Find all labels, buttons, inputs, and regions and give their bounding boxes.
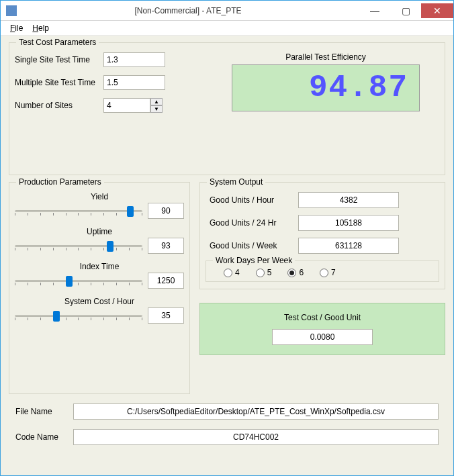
radio-icon bbox=[320, 269, 328, 277]
good-hour-value: 4382 bbox=[298, 192, 399, 208]
cost-per-unit-value: 0.0080 bbox=[272, 329, 373, 345]
spinner-down-icon[interactable]: ▼ bbox=[150, 105, 163, 113]
param-system-cost: System Cost / Hour 35 bbox=[15, 297, 184, 324]
uptime-label: Uptime bbox=[15, 227, 184, 236]
menu-help[interactable]: Help bbox=[28, 22, 53, 34]
good-week-value: 631128 bbox=[298, 238, 399, 254]
app-window: [Non-Commercial] - ATE_PTE — ▢ ✕ File He… bbox=[0, 0, 454, 476]
file-name-label: File Name bbox=[9, 407, 66, 416]
multiple-site-input[interactable] bbox=[103, 75, 165, 90]
window-title: [Non-Commercial] - ATE_PTE bbox=[17, 6, 359, 15]
pte-display: 94.87 bbox=[232, 64, 420, 111]
system-cost-input[interactable]: 35 bbox=[148, 307, 184, 324]
good-24-label: Good Units / 24 Hr bbox=[206, 218, 293, 228]
workdays-4[interactable]: 4 bbox=[224, 268, 240, 277]
num-sites-input[interactable] bbox=[103, 98, 150, 113]
single-site-input[interactable] bbox=[103, 52, 165, 67]
index-time-slider[interactable] bbox=[15, 275, 142, 287]
cost-per-unit-label: Test Cost / Good Unit bbox=[284, 313, 361, 322]
workdays-7[interactable]: 7 bbox=[320, 268, 336, 277]
code-name-label: Code Name bbox=[9, 432, 66, 442]
good-24-value: 105188 bbox=[298, 215, 399, 231]
num-sites-label: Number of Sites bbox=[15, 101, 99, 110]
param-uptime: Uptime 93 bbox=[15, 227, 184, 254]
maximize-button[interactable]: ▢ bbox=[390, 3, 421, 18]
pte-label: Parallel Test Efficiency bbox=[285, 52, 366, 62]
close-button[interactable]: ✕ bbox=[421, 3, 453, 18]
group-production-legend: Production Parameters bbox=[16, 177, 104, 187]
menu-file[interactable]: File bbox=[6, 22, 27, 34]
param-index-time: Index Time 1250 bbox=[15, 262, 184, 289]
system-cost-slider[interactable] bbox=[15, 310, 142, 322]
group-system-output-legend: System Output bbox=[207, 177, 265, 187]
minimize-button[interactable]: — bbox=[359, 3, 390, 18]
good-week-label: Good Units / Week bbox=[206, 241, 293, 250]
group-system-output: System Output Good Units / Hour 4382 Goo… bbox=[199, 182, 445, 289]
index-time-input[interactable]: 1250 bbox=[148, 273, 184, 289]
group-test-cost-legend: Test Cost Parameters bbox=[16, 38, 99, 47]
code-name-input[interactable]: CD74HC002 bbox=[73, 429, 439, 445]
content-area: Test Cost Parameters Single Site Test Ti… bbox=[1, 36, 453, 475]
titlebar: [Non-Commercial] - ATE_PTE — ▢ ✕ bbox=[1, 1, 453, 21]
yield-label: Yield bbox=[15, 192, 184, 201]
menubar: File Help bbox=[1, 21, 453, 36]
good-hour-label: Good Units / Hour bbox=[206, 195, 293, 205]
spinner-up-icon[interactable]: ▲ bbox=[150, 98, 163, 105]
workdays-5[interactable]: 5 bbox=[256, 268, 272, 277]
multiple-site-label: Multiple Site Test Time bbox=[15, 78, 99, 87]
file-name-row: File Name C:/Users/SoftpediaEditor/Deskt… bbox=[9, 403, 445, 420]
uptime-input[interactable]: 93 bbox=[148, 238, 184, 254]
radio-icon bbox=[287, 269, 296, 277]
single-site-label: Single Site Test Time bbox=[15, 55, 99, 64]
cost-per-unit-box: Test Cost / Good Unit 0.0080 bbox=[199, 303, 445, 355]
file-name-input[interactable]: C:/Users/SoftpediaEditor/Desktop/ATE_PTE… bbox=[73, 403, 439, 420]
radio-icon bbox=[256, 269, 265, 277]
num-sites-spinner[interactable]: ▲ ▼ bbox=[103, 98, 163, 113]
index-time-label: Index Time bbox=[15, 262, 184, 271]
yield-slider[interactable] bbox=[15, 205, 142, 217]
app-icon bbox=[6, 5, 17, 16]
system-cost-label: System Cost / Hour bbox=[15, 297, 184, 306]
group-workdays: Work Days Per Week 4 5 6 7 bbox=[206, 260, 439, 282]
workdays-legend: Work Days Per Week bbox=[213, 256, 295, 265]
param-yield: Yield 90 bbox=[15, 192, 184, 219]
uptime-slider[interactable] bbox=[15, 240, 142, 252]
code-name-row: Code Name CD74HC002 bbox=[9, 429, 445, 445]
workdays-6[interactable]: 6 bbox=[287, 268, 304, 277]
radio-icon bbox=[224, 269, 232, 277]
yield-input[interactable]: 90 bbox=[148, 203, 184, 219]
group-production: Production Parameters Yield 90 Uptime bbox=[9, 182, 190, 394]
group-test-cost: Test Cost Parameters Single Site Test Ti… bbox=[9, 42, 445, 175]
